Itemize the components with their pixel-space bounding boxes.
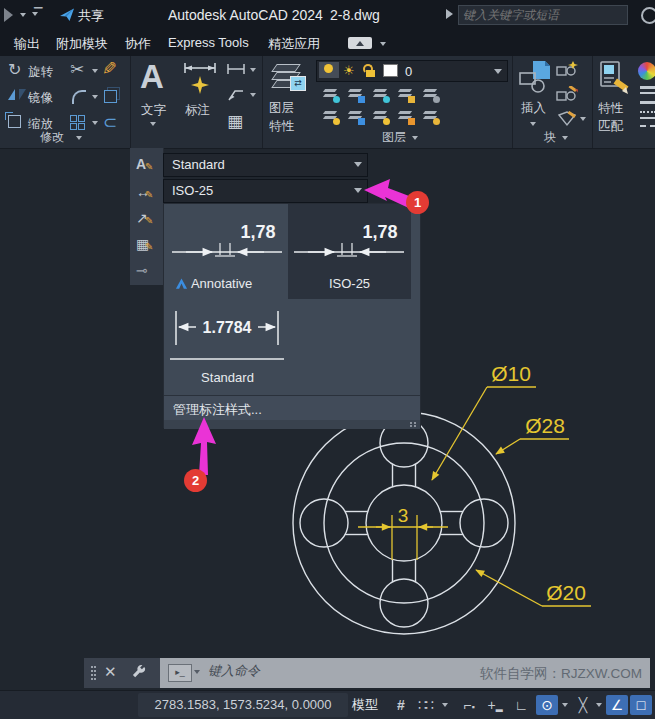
dimension-button[interactable]: 标注 — [185, 102, 210, 119]
layers-panel-label[interactable]: 图层 — [382, 129, 406, 146]
text-dropdown-icon[interactable] — [150, 122, 156, 126]
linetype-icon[interactable] — [640, 111, 655, 127]
layer-properties-icon[interactable]: ⇄ — [272, 62, 306, 96]
quick-access-dropdown-icon[interactable] — [20, 13, 26, 17]
search-expand-icon[interactable] — [446, 9, 453, 19]
command-prompt-icon[interactable]: ▸_ — [168, 664, 192, 682]
color-wheel-icon[interactable] — [638, 62, 655, 80]
snap-dropdown-icon[interactable] — [442, 703, 448, 707]
text-style-dropdown-icon[interactable] — [354, 162, 362, 167]
command-bar-handle[interactable]: ✕ — [84, 658, 160, 688]
trim-scissors-icon[interactable]: ✂ — [70, 61, 84, 78]
edit-block-icon[interactable] — [556, 86, 578, 103]
layer-unlock-tool-icon[interactable] — [397, 110, 414, 123]
layer-select-combo[interactable]: ☀ 0 — [316, 60, 508, 82]
layer-properties-label2[interactable]: 特性 — [269, 118, 294, 135]
dim-style-tile-standard[interactable]: 1.7784 Standard — [167, 301, 288, 393]
insert-dropdown-icon[interactable] — [530, 122, 536, 126]
search-input[interactable] — [459, 6, 635, 24]
dynamic-input-icon[interactable]: +▂ — [484, 695, 506, 715]
text-tool-icon[interactable]: A — [140, 58, 164, 96]
tab-addins[interactable]: 附加模块 — [56, 35, 108, 53]
tab-express-tools[interactable]: Express Tools — [168, 35, 249, 50]
command-bar-close-icon[interactable]: ✕ — [104, 663, 117, 681]
coordinates-display[interactable]: 2783.1583, 1573.5234, 0.0000 — [138, 693, 348, 717]
command-input[interactable] — [206, 662, 460, 679]
text-style-combo[interactable]: Standard — [163, 153, 368, 177]
array-icon[interactable] — [70, 115, 84, 129]
annotation-visibility-icon[interactable]: □ — [630, 695, 652, 715]
match-properties-label2[interactable]: 匹配 — [598, 118, 623, 135]
rotate-icon[interactable]: ↻ — [8, 62, 21, 78]
text-button[interactable]: 文字 — [141, 102, 166, 119]
match-properties-icon[interactable] — [598, 60, 634, 98]
share-button[interactable]: 共享 — [78, 7, 104, 25]
block-panel-label[interactable]: 块 — [544, 129, 556, 146]
erase-icon[interactable]: ✎ — [102, 60, 117, 78]
grid-toggle-icon[interactable]: # — [390, 695, 412, 715]
block-attributes-icon[interactable] — [556, 111, 578, 128]
leader-icon[interactable] — [226, 87, 246, 102]
layer-lock-tool-icon[interactable] — [397, 88, 414, 101]
block-attributes-dropdown-icon[interactable] — [580, 117, 586, 121]
leader-dropdown-icon[interactable] — [250, 93, 256, 97]
table-icon[interactable]: ▦ — [227, 113, 243, 130]
fillet-dropdown-icon[interactable] — [92, 95, 98, 99]
insert-block-icon[interactable] — [518, 60, 552, 96]
dim-style-dropdown-icon[interactable] — [354, 188, 362, 193]
ribbon-minimize-dropdown-icon[interactable] — [380, 42, 386, 46]
layer-thaw-all-tool-icon[interactable] — [372, 110, 389, 123]
ortho-toggle-icon[interactable]: ⌐▪ — [458, 695, 480, 715]
snap-mode-icon[interactable]: ∷∷ — [414, 695, 436, 715]
insert-button[interactable]: 插入 — [521, 100, 546, 117]
layer-match-tool-icon[interactable] — [422, 110, 439, 123]
tab-output[interactable]: 输出 — [14, 35, 40, 53]
command-history-dropdown-icon[interactable] — [194, 670, 200, 674]
offset-icon[interactable]: ⊂ — [103, 114, 117, 131]
dim-style-combo[interactable]: ISO-25 — [163, 179, 368, 203]
manage-dim-styles-item[interactable]: 管理标注样式... — [164, 395, 420, 421]
layer-freeze-tool-icon[interactable] — [372, 88, 389, 101]
object-snap-dropdown-icon[interactable] — [596, 703, 602, 707]
multileader-style-icon[interactable]: ↗✎ — [136, 210, 148, 226]
dim-style-tile-annotative[interactable]: 1,78 Annotative — [167, 206, 288, 299]
tab-featured-apps[interactable]: 精选应用 — [268, 35, 320, 53]
scale-icon[interactable] — [8, 115, 21, 128]
object-snap-tracking-icon[interactable]: ⊙ — [536, 695, 558, 715]
lineweight-icon[interactable] — [640, 86, 655, 104]
layer-on-all-tool-icon[interactable] — [322, 110, 339, 123]
annotation-angle-icon[interactable]: ∠ — [606, 695, 628, 715]
fillet-icon[interactable] — [72, 90, 86, 104]
dimension-tool-icon[interactable] — [182, 60, 218, 98]
object-snap-icon[interactable]: ╳ — [572, 695, 594, 715]
layer-off-tool-icon[interactable] — [322, 88, 339, 101]
flyout-resize-grip[interactable] — [410, 422, 412, 424]
mirror-icon[interactable] — [8, 88, 26, 103]
layer-isolate-tool-icon[interactable] — [347, 88, 364, 101]
rotate-button[interactable]: 旋转 — [28, 64, 53, 81]
tab-collaborate[interactable]: 协作 — [125, 35, 151, 53]
mirror-button[interactable]: 镜像 — [28, 90, 53, 107]
layer-combo-dropdown-icon[interactable] — [494, 69, 502, 74]
polar-tracking-icon[interactable]: ∟ — [510, 695, 532, 715]
quick-access-customize-icon[interactable]: ▔ — [34, 7, 42, 20]
model-space-button[interactable]: 模型 — [352, 695, 378, 715]
dim-style-tile-iso25[interactable]: 1,78 ISO-25 — [288, 204, 411, 299]
pin-flyout-icon[interactable]: ⊸ — [136, 262, 148, 278]
ribbon-minimize-button[interactable] — [348, 37, 372, 49]
search-icon[interactable] — [641, 7, 655, 24]
create-block-icon[interactable] — [556, 61, 578, 78]
dim-linear-dropdown-icon[interactable] — [250, 68, 256, 72]
table-style-icon[interactable]: ▦✎ — [136, 236, 149, 252]
modify-panel-label[interactable]: 修改 — [40, 129, 64, 146]
command-bar-grip-icon[interactable] — [91, 666, 93, 668]
layer-change-tool-icon[interactable] — [422, 88, 439, 101]
array-dropdown-icon[interactable] — [92, 121, 98, 125]
trim-dropdown-icon[interactable] — [92, 69, 98, 73]
dim-linear-icon[interactable] — [226, 62, 246, 76]
text-style-icon[interactable]: A✎ — [136, 156, 146, 172]
layer-properties-label1[interactable]: 图层 — [269, 100, 294, 117]
match-properties-label1[interactable]: 特性 — [598, 100, 623, 117]
dim-style-icon[interactable]: ↔✎ — [136, 184, 150, 200]
osnap-tracking-dropdown-icon[interactable] — [562, 703, 568, 707]
